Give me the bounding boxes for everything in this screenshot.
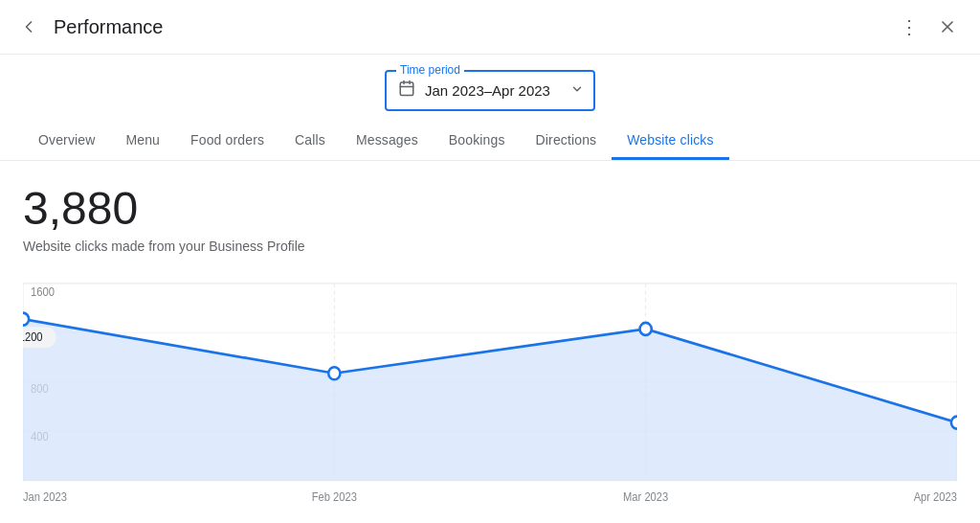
back-button[interactable] — [11, 10, 46, 44]
tab-messages[interactable]: Messages — [341, 123, 434, 160]
tab-directions[interactable]: Directions — [521, 123, 612, 160]
time-period-value: Jan 2023–Apr 2023 — [425, 82, 555, 99]
close-button[interactable] — [930, 10, 965, 44]
data-point-mar — [640, 323, 652, 335]
tab-bookings[interactable]: Bookings — [434, 123, 521, 160]
data-point-jan — [23, 312, 29, 325]
header-left: Performance — [11, 10, 164, 44]
app-window: Performance ⋮ Time period — [0, 0, 980, 523]
data-point-feb — [328, 367, 340, 379]
header: Performance ⋮ — [0, 0, 980, 55]
tab-website-clicks[interactable]: Website clicks — [612, 123, 728, 160]
dropdown-arrow-icon — [570, 82, 584, 99]
svg-text:Feb 2023: Feb 2023 — [312, 491, 357, 503]
metric-number: 3,880 — [23, 184, 957, 235]
chart-svg: 1600 1200 800 400 1200 Jan 2023 — [23, 273, 957, 522]
tab-menu[interactable]: Menu — [110, 123, 175, 160]
svg-text:1200: 1200 — [23, 331, 43, 343]
svg-text:Mar 2023: Mar 2023 — [623, 491, 668, 503]
header-right: ⋮ — [892, 10, 965, 44]
tab-calls[interactable]: Calls — [279, 123, 341, 160]
data-point-apr — [951, 417, 957, 429]
chart-container: 1600 1200 800 400 1200 Jan 2023 — [23, 273, 957, 522]
tab-food-orders[interactable]: Food orders — [175, 123, 279, 160]
more-icon: ⋮ — [900, 17, 919, 36]
metric-description: Website clicks made from your Business P… — [23, 239, 957, 254]
time-period-select[interactable]: Time period Jan 2023–Apr 2023 — [385, 70, 595, 111]
svg-text:Apr 2023: Apr 2023 — [914, 491, 957, 503]
time-period-wrapper: Time period Jan 2023–Apr 2023 — [0, 55, 980, 123]
svg-text:Jan 2023: Jan 2023 — [23, 491, 67, 503]
main-content: 3,880 Website clicks made from your Busi… — [0, 161, 980, 522]
more-button[interactable]: ⋮ — [892, 10, 926, 44]
tab-overview[interactable]: Overview — [23, 123, 110, 160]
svg-rect-2 — [400, 82, 413, 96]
tabs-bar: Overview Menu Food orders Calls Messages… — [0, 123, 980, 161]
page-title: Performance — [54, 16, 164, 38]
svg-text:1600: 1600 — [31, 285, 55, 297]
calendar-icon — [398, 80, 415, 102]
time-period-label: Time period — [396, 63, 464, 77]
